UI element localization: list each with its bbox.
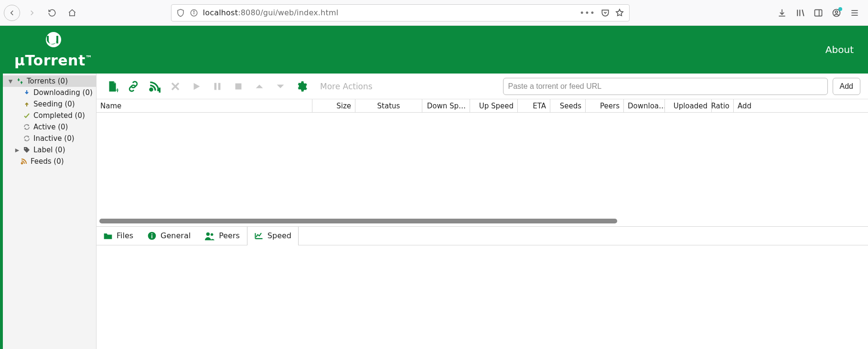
downloads-icon[interactable] [777,8,787,18]
pause-button[interactable] [209,78,225,95]
column-header[interactable]: Add [734,99,752,112]
home-button[interactable] [64,5,80,21]
chevron-down-icon[interactable]: ▼ [8,78,13,85]
back-button[interactable] [4,5,20,21]
pocket-icon[interactable] [600,8,610,18]
svg-rect-23 [151,235,152,238]
sidebar: ▼ Torrents (0) Downloading (0) Seeding (… [3,74,96,349]
address-bar[interactable]: localhost:8080/gui/web/index.html ••• [171,4,630,21]
svg-point-17 [150,88,152,90]
more-actions-label[interactable]: More Actions [320,82,373,91]
start-button[interactable] [188,78,204,95]
remove-button[interactable] [167,78,183,95]
sidebar-item-downloading[interactable]: Downloading (0) [3,87,96,98]
svg-point-25 [206,232,210,235]
add-rss-feed-button[interactable]: + [146,78,162,95]
check-icon [23,112,31,119]
sidebar-item-label: Completed (0) [33,111,85,120]
sidebar-item-torrents[interactable]: ▼ Torrents (0) [3,75,96,87]
info-icon[interactable] [190,9,198,17]
sidebar-item-label-group[interactable]: ▶ Label (0) [3,144,96,156]
column-header[interactable]: Downloa… [624,99,665,112]
detail-tabs: Files General Peers Speed [96,226,868,245]
column-header[interactable]: Size [312,99,355,112]
svg-text:+: + [115,86,118,92]
column-header[interactable]: Uploaded [665,99,712,112]
app-header: µTorrent™ About [0,26,868,74]
sidebar-item-feeds[interactable]: Feeds (0) [3,156,96,167]
torrents-icon [16,77,24,85]
sidebar-item-seeding[interactable]: Seeding (0) [3,98,96,110]
sidebar-item-completed[interactable]: Completed (0) [3,110,96,121]
tab-peers[interactable]: Peers [198,227,247,245]
column-header[interactable]: Up Speed [470,99,518,112]
tab-general[interactable]: General [140,227,198,245]
svg-point-2 [193,11,194,11]
move-up-button[interactable] [251,78,268,95]
sidebar-item-label: Inactive (0) [33,134,75,143]
column-header[interactable]: Name [96,99,312,112]
svg-point-26 [211,233,214,236]
library-icon[interactable] [795,8,805,18]
tab-label: Files [117,231,133,240]
torrent-url-input[interactable] [503,78,828,95]
hamburger-menu-icon[interactable] [850,8,859,18]
refresh-icon [23,135,31,142]
download-icon [23,89,31,96]
main-content: + + [96,74,868,349]
svg-point-24 [151,233,152,234]
tab-label: General [161,231,191,240]
tab-label: Peers [219,231,240,240]
torrent-grid-body [96,113,868,217]
add-button[interactable]: Add [833,78,860,95]
tab-label: Speed [268,231,291,240]
about-link[interactable]: About [825,44,854,55]
tab-speed[interactable]: Speed [247,227,299,245]
toolbar: + + [96,74,868,99]
column-header[interactable]: Down Sp… [422,99,470,112]
chevron-right-icon[interactable]: ▶ [14,147,20,153]
bookmark-star-icon[interactable] [615,8,624,18]
sidebar-item-inactive[interactable]: Inactive (0) [3,133,96,144]
svg-rect-21 [236,83,242,89]
sidebar-item-label: Downloading (0) [33,88,93,97]
info-icon [147,231,157,241]
svg-rect-6 [815,10,822,16]
rss-icon [20,158,28,165]
url-text: localhost:8080/gui/web/index.html [203,8,575,17]
reload-button[interactable] [44,5,60,21]
forward-button[interactable] [24,5,40,21]
chart-icon [254,232,264,240]
svg-point-9 [836,11,838,13]
move-down-button[interactable] [272,78,289,95]
refresh-icon [23,123,31,131]
sidebar-item-label: Active (0) [33,123,68,131]
tab-files[interactable]: Files [96,227,140,245]
tag-icon [23,146,31,154]
svg-point-15 [21,163,23,164]
stop-button[interactable] [230,78,246,95]
svg-line-5 [802,10,804,16]
settings-button[interactable] [293,78,310,95]
column-header[interactable]: Peers [586,99,624,112]
column-header[interactable]: ETA [518,99,550,112]
horizontal-scrollbar[interactable] [97,219,867,224]
people-icon [204,231,215,241]
svg-rect-20 [218,83,221,90]
add-torrent-url-button[interactable] [125,78,141,95]
account-icon[interactable] [832,8,841,18]
column-header[interactable]: Status [355,99,422,112]
shield-icon [176,9,185,17]
sidebar-item-label: Feeds (0) [31,157,64,166]
detail-pane [96,245,868,349]
ellipsis-icon[interactable]: ••• [580,9,596,17]
browser-toolbar: localhost:8080/gui/web/index.html ••• [0,0,868,26]
sidebar-item-label: Torrents (0) [27,77,68,85]
column-header[interactable]: Ratio [712,99,734,112]
sidebar-toggle-icon[interactable] [814,8,823,18]
add-torrent-file-button[interactable]: + [104,78,120,95]
sidebar-item-active[interactable]: Active (0) [3,121,96,133]
column-header[interactable]: Seeds [550,99,586,112]
folder-icon [103,232,113,240]
app-logo: µTorrent™ [14,31,92,69]
